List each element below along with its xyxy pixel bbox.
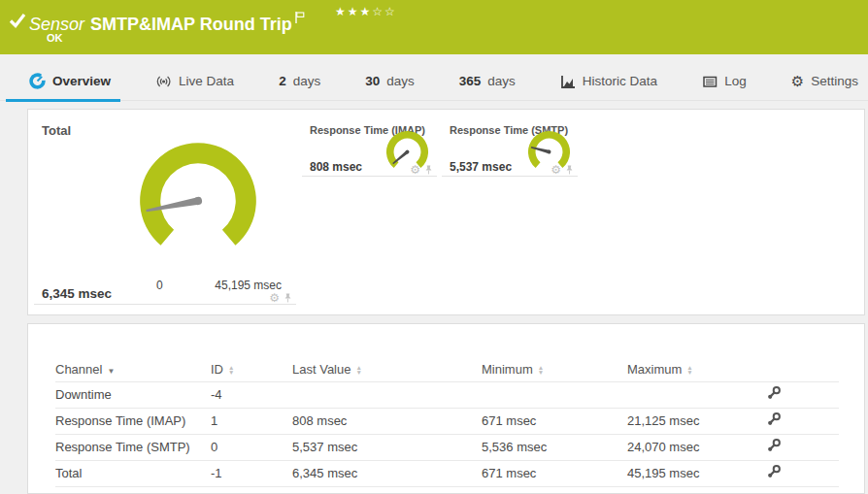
edit-channel-wrench-icon[interactable] (766, 438, 782, 456)
tab-label: Log (724, 74, 747, 88)
gauge-title: Total (42, 123, 71, 138)
gauges-panel: Total 0 45,195 msec 6,345 msec ⚙ Respons… (27, 109, 865, 315)
page-title: SMTP&IMAP Round Trip (90, 15, 292, 34)
gauge-value: 5,537 msec (450, 160, 512, 174)
cell-minimum: 5,536 msec (482, 434, 559, 460)
cell-maximum: 21,125 msec (627, 408, 710, 434)
tab-365-days[interactable]: 365 days (455, 62, 519, 101)
tab-log[interactable]: Log (698, 62, 751, 101)
pin-icon[interactable] (564, 164, 575, 176)
column-header-minimum[interactable]: Minimum▲▼ (482, 357, 559, 381)
cell-maximum: 24,070 msec (627, 434, 710, 460)
tab-label: Settings (811, 74, 858, 88)
pin-icon[interactable] (423, 164, 434, 176)
cell-channel: Downtime (55, 381, 211, 408)
edit-channel-wrench-icon[interactable] (766, 385, 782, 404)
channel-table: Channel▼ ID▲▼ Last Value▲▼ Minimum▲▼ Max… (55, 357, 839, 487)
channel-table-panel: Channel▼ ID▲▼ Last Value▲▼ Minimum▲▼ Max… (27, 323, 865, 494)
column-header-channel[interactable]: Channel▼ (55, 357, 211, 381)
log-icon (702, 74, 718, 89)
table-row-downtime: Downtime -4 (55, 381, 839, 408)
gauge-icon (29, 73, 46, 89)
cell-minimum (482, 381, 559, 408)
sensor-type-label: Sensor (29, 15, 84, 34)
status-ok-check-icon (9, 12, 26, 33)
tab-bar: Overview Live Data 2 days 30 days 365 da… (0, 62, 868, 101)
tab-label: Live Data (179, 74, 234, 88)
total-gauge (132, 135, 264, 267)
priority-stars[interactable]: ★★★☆☆ (335, 5, 397, 18)
tab-label: days (487, 74, 516, 88)
gear-icon: ⚙ (791, 74, 804, 88)
tab-label: Overview (52, 74, 111, 88)
cell-maximum (627, 381, 710, 408)
cell-maximum: 45,195 msec (627, 460, 710, 486)
column-label: Maximum (627, 362, 682, 377)
table-row-response-time-imap: Response Time (IMAP) 1 808 msec 671 msec… (55, 408, 839, 434)
gauge-max-label: 45,195 msec (215, 279, 282, 292)
cell-last-value: 6,345 msec (292, 460, 380, 486)
tab-number: 365 (459, 74, 482, 88)
gauge-value: 6,345 msec (42, 286, 112, 301)
gauge-tile-imap[interactable]: Response Time (IMAP) 808 msec ⚙ (302, 123, 437, 177)
table-header-row: Channel▼ ID▲▼ Last Value▲▼ Minimum▲▼ Max… (55, 357, 839, 381)
sort-icon: ▲▼ (686, 365, 692, 375)
gauge-min-label: 0 (156, 279, 163, 292)
priority-flag-icon[interactable] (295, 8, 305, 28)
tab-number: 2 (279, 74, 286, 88)
cell-channel: Total (55, 460, 211, 486)
stars-filled: ★★★ (335, 5, 372, 18)
cell-minimum: 671 msec (482, 408, 559, 434)
stars-empty: ☆☆ (372, 5, 397, 18)
sensor-header-bar: SensorSMTP&IMAP Round Trip ★★★☆☆ OK (0, 0, 868, 54)
cell-minimum: 671 msec (482, 460, 559, 486)
tab-label: days (293, 74, 321, 88)
live-data-icon (155, 74, 172, 89)
column-label: Channel (55, 362, 102, 377)
cell-id: -1 (211, 460, 292, 486)
gauge-value: 808 msec (310, 160, 362, 174)
cell-last-value: 5,537 msec (292, 434, 380, 460)
table-row-total: Total -1 6,345 msec 671 msec 45,195 msec (55, 460, 839, 486)
sort-icon: ▲▼ (538, 365, 544, 375)
column-header-id[interactable]: ID▲▼ (211, 357, 292, 381)
edit-channel-wrench-icon[interactable] (766, 464, 782, 482)
cell-channel: Response Time (IMAP) (55, 408, 211, 434)
sort-icon: ▲▼ (228, 365, 234, 375)
tab-2-days[interactable]: 2 days (275, 62, 324, 101)
status-badge: OK (47, 32, 63, 44)
cell-id: 0 (211, 434, 292, 460)
channel-settings-gear-icon[interactable]: ⚙ (410, 164, 420, 176)
tab-settings[interactable]: ⚙ Settings (787, 62, 862, 101)
channel-settings-gear-icon[interactable]: ⚙ (269, 292, 280, 304)
column-label: Last Value (292, 362, 351, 377)
tab-overview[interactable]: Overview (25, 62, 115, 101)
tab-historic-data[interactable]: Historic Data (556, 62, 661, 101)
cell-id: 1 (211, 408, 292, 434)
gauge-tile-smtp[interactable]: Response Time (SMTP) 5,537 msec ⚙ (442, 123, 578, 177)
column-label: ID (211, 362, 223, 377)
tab-label: days (386, 74, 415, 88)
edit-channel-wrench-icon[interactable] (766, 412, 782, 430)
tab-number: 30 (365, 74, 380, 88)
column-header-maximum[interactable]: Maximum▲▼ (627, 357, 710, 381)
sort-icon: ▲▼ (355, 365, 361, 375)
column-header-last-value[interactable]: Last Value▲▼ (292, 357, 380, 381)
cell-last-value (292, 381, 380, 408)
cell-last-value: 808 msec (292, 408, 380, 434)
column-label: Minimum (482, 362, 533, 377)
table-row-response-time-smtp: Response Time (SMTP) 0 5,537 msec 5,536 … (55, 434, 839, 460)
tab-30-days[interactable]: 30 days (361, 62, 418, 101)
pin-icon[interactable] (283, 292, 293, 304)
cell-id: -4 (211, 381, 292, 408)
gauge-tile-total[interactable]: Total 0 45,195 msec 6,345 msec ⚙ (34, 115, 296, 305)
tab-label: Historic Data (583, 74, 657, 88)
sort-desc-icon: ▼ (107, 367, 115, 376)
cell-channel: Response Time (SMTP) (55, 434, 211, 460)
tab-live-data[interactable]: Live Data (151, 62, 238, 101)
area-chart-icon (560, 74, 576, 89)
channel-settings-gear-icon[interactable]: ⚙ (551, 164, 561, 176)
